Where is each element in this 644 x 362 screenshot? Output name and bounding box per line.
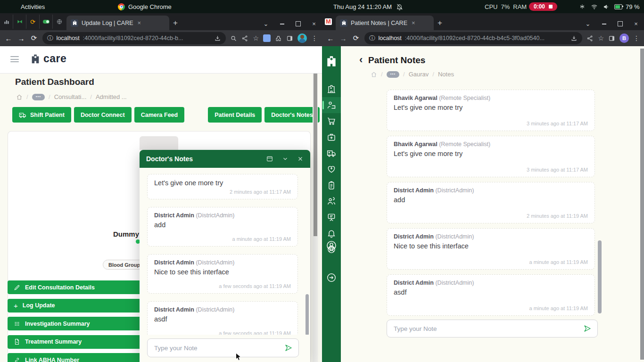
tab-search-chevron[interactable]: ⌄ — [258, 20, 274, 27]
patient-name: Dummy — [71, 230, 139, 238]
hamburger-menu-icon[interactable] — [10, 56, 19, 64]
volume-icon — [603, 3, 610, 10]
link-icon — [14, 357, 20, 362]
sidebar-profile[interactable] — [322, 238, 341, 254]
breadcrumb-patient[interactable]: Gaurav — [409, 71, 429, 78]
doctor-connect-button[interactable]: Doctor Connect — [74, 107, 132, 123]
share-icon[interactable] — [241, 35, 248, 42]
site-info-icon[interactable]: ⓘ — [369, 34, 375, 42]
maximize-button[interactable] — [290, 21, 306, 26]
profile-avatar[interactable]: B — [619, 33, 629, 43]
side-panel-icon[interactable] — [286, 35, 293, 42]
chrome-menu-icon[interactable]: ⋮ — [311, 34, 318, 42]
back-button[interactable]: ← — [326, 34, 335, 42]
dialog-scrollbar-thumb[interactable] — [305, 294, 309, 335]
sidebar-item-sample-test[interactable] — [322, 129, 341, 145]
minimize-button[interactable] — [596, 24, 612, 25]
breadcrumb-ellipsis[interactable]: ••• — [32, 94, 45, 100]
breadcrumb-consultation[interactable]: Consultati... — [54, 93, 87, 100]
scrollbar-thumb[interactable] — [640, 49, 644, 360]
back-button[interactable]: ← — [4, 34, 13, 42]
sidebar-logout[interactable] — [322, 270, 341, 286]
bookmark-star-icon[interactable]: ☆ — [253, 34, 259, 42]
breadcrumb-ellipsis[interactable]: ••• — [387, 71, 399, 78]
activities-button[interactable]: Activities — [21, 3, 45, 10]
maximize-button[interactable] — [612, 21, 628, 26]
sidebar-item-notice-board[interactable] — [322, 209, 341, 225]
pop-out-icon[interactable] — [266, 155, 273, 163]
profile-avatar[interactable] — [297, 33, 307, 43]
patient-details-button[interactable]: Patient Details — [208, 107, 262, 123]
note-input[interactable] — [153, 344, 281, 352]
system-tray[interactable] — [579, 3, 610, 10]
note-input[interactable] — [393, 325, 579, 333]
forward-button[interactable]: → — [17, 34, 25, 42]
dialog-close-icon[interactable] — [297, 156, 304, 162]
pinned-tab-stats[interactable] — [0, 15, 13, 29]
send-icon[interactable] — [583, 324, 592, 333]
extensions-puzzle-icon[interactable] — [275, 35, 282, 42]
pinned-tab-reload[interactable]: ⟳ — [26, 15, 40, 29]
sidebar-item-shifting[interactable] — [322, 145, 341, 161]
camera-feed-button[interactable]: Camera Feed — [134, 107, 185, 123]
care-logo[interactable]: care — [30, 52, 66, 65]
bookmark-star-icon[interactable]: ☆ — [598, 34, 604, 42]
scrollbar-thumb[interactable] — [314, 74, 317, 236]
close-button[interactable]: × — [628, 20, 644, 27]
home-icon[interactable] — [371, 71, 377, 78]
reload-button[interactable]: ⟳ — [30, 34, 38, 42]
pinned-tab-gmail[interactable]: M — [322, 15, 335, 29]
tab-close-icon[interactable]: × — [137, 19, 142, 26]
address-bar[interactable]: ⓘ localhost :4000/facility/81092ced-8720… — [364, 32, 582, 44]
doctors-notes-button[interactable]: Doctor's Notes — [264, 107, 319, 123]
notifications-muted-icon[interactable] — [396, 3, 403, 10]
sidebar-item-assets[interactable] — [322, 113, 341, 129]
sidebar-item-patients[interactable] — [322, 97, 341, 113]
screen-recording-indicator[interactable]: 0:00 — [529, 2, 557, 11]
sidebar-item-users[interactable] — [322, 193, 341, 209]
install-app-icon[interactable] — [214, 35, 221, 42]
battery-indicator[interactable]: 79 % — [614, 3, 640, 10]
install-app-icon[interactable] — [570, 35, 578, 42]
note-card: Bhavik Agarwal (Remote Specialist) Let's… — [387, 90, 595, 131]
sidebar-item-facility[interactable] — [322, 81, 341, 97]
minimize-button[interactable] — [274, 24, 290, 25]
left-page-scrollbar[interactable] — [313, 74, 318, 362]
site-info-icon[interactable]: ⓘ — [47, 34, 53, 42]
note-input-row — [147, 338, 299, 357]
pinned-tab-toggle[interactable] — [40, 15, 53, 29]
side-panel-icon[interactable] — [608, 35, 615, 42]
home-icon[interactable] — [16, 94, 23, 100]
right-toolbar: ← → ⟳ ⓘ localhost :4000/facility/81092ce… — [322, 30, 644, 46]
address-bar[interactable]: ⓘ localhost :4000/facility/81092ced-8720… — [42, 32, 226, 44]
sidebar-item-external-results[interactable] — [322, 177, 341, 193]
forward-button[interactable]: → — [339, 34, 347, 42]
translate-extension-icon[interactable] — [263, 34, 271, 42]
focused-app[interactable]: Google Chrome — [118, 3, 172, 10]
right-page-scrollbar[interactable] — [640, 46, 644, 362]
chrome-menu-icon[interactable]: ⋮ — [633, 34, 640, 42]
dialog-header[interactable]: Doctor's Notes — [140, 150, 310, 168]
reload-button[interactable]: ⟳ — [352, 34, 360, 42]
pinned-tab-green[interactable] — [13, 15, 26, 29]
send-icon[interactable] — [284, 344, 293, 352]
new-tab-button[interactable]: + — [173, 18, 178, 28]
zoom-icon[interactable] — [230, 35, 237, 42]
shift-patient-button[interactable]: Shift Patient — [12, 107, 71, 123]
clock[interactable]: Thu Aug 24 11:20 AM — [333, 3, 392, 10]
tab-search-chevron[interactable]: ⌄ — [580, 20, 596, 27]
breadcrumb-notes: Notes — [438, 71, 454, 78]
share-icon[interactable] — [586, 35, 594, 42]
pinned-tab-globe[interactable] — [53, 15, 66, 29]
close-button[interactable]: × — [306, 20, 322, 27]
tab-patient-notes[interactable]: Patient Notes | CARE × — [336, 16, 434, 30]
sidebar-logo[interactable] — [322, 46, 341, 74]
list-icon — [14, 321, 20, 327]
sidebar-item-resource[interactable] — [322, 161, 341, 177]
new-tab-button[interactable]: + — [438, 18, 442, 28]
tab-close-icon[interactable]: × — [411, 19, 416, 26]
collapse-chevron-icon[interactable] — [282, 156, 289, 162]
tab-update-log[interactable]: Update Log | CARE × — [66, 16, 169, 30]
notes-scrollbar-thumb[interactable] — [598, 240, 602, 313]
back-chevron[interactable]: ‹ — [359, 54, 363, 66]
